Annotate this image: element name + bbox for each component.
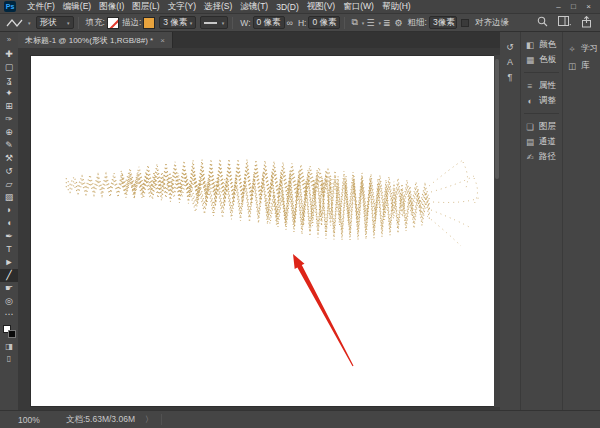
gear-icon[interactable]: ⚙	[395, 18, 403, 28]
toolbar-expander[interactable]: »	[0, 32, 18, 48]
stroke-label: 描边:	[122, 17, 141, 29]
path-operations-icon[interactable]: ⧉	[351, 17, 357, 28]
panel-icon: ❏	[525, 122, 535, 132]
tool-preset-icon[interactable]	[6, 17, 24, 29]
tool-mode-select[interactable]: 形状 ▾	[36, 16, 74, 29]
align-edges-label: 对齐边缘	[475, 17, 509, 29]
tool-preset-caret[interactable]: ▾	[28, 20, 31, 26]
menu-item[interactable]: 图层(L)	[128, 1, 163, 13]
photoshop-logo[interactable]: Ps	[4, 1, 16, 12]
menu-item[interactable]: 文件(F)	[23, 1, 59, 13]
panel-tab-channels[interactable]: ▤ 通道	[521, 134, 562, 149]
width-label: W:	[240, 18, 250, 28]
tool-eraser[interactable]: ▱	[0, 178, 18, 191]
panel-tab-character[interactable]: A	[501, 55, 519, 70]
tool-edit-toolbar[interactable]: ⋯	[0, 308, 18, 321]
path-alignment-caret: ▾	[378, 20, 381, 26]
tool-zoom[interactable]: ◎	[0, 295, 18, 308]
tool-move[interactable]: ✚	[0, 48, 18, 61]
options-bar-right	[537, 16, 592, 30]
tool-brush[interactable]: ✎	[0, 139, 18, 152]
stroke-swatch[interactable]	[143, 17, 155, 29]
stroke-width-field[interactable]: 3 像素 ▾	[159, 16, 196, 29]
path-arrangement-icon[interactable]: ≣	[383, 18, 391, 28]
align-edges-checkbox[interactable]	[461, 19, 469, 27]
menu-item[interactable]: 图像(I)	[95, 1, 128, 13]
panel-tab-layers[interactable]: ❏ 图层	[521, 119, 562, 134]
panel-icon: ✧	[567, 44, 577, 54]
menu-item[interactable]: 滤镜(T)	[236, 1, 272, 13]
tool-line-shape[interactable]: ╱	[0, 269, 18, 282]
search-icon[interactable]	[537, 16, 548, 29]
line-weight-field[interactable]: 3像素	[429, 16, 457, 29]
panel-tab-learn[interactable]: ✧ 学习	[563, 40, 600, 57]
scrollbar-thumb[interactable]	[495, 59, 499, 179]
shape-height-field[interactable]: 0 像素	[308, 16, 340, 29]
tool-type[interactable]: T	[0, 243, 18, 256]
maximize-button[interactable]: □	[566, 1, 581, 13]
share-icon[interactable]	[581, 16, 592, 30]
line-weight-label: 粗细:	[408, 17, 427, 29]
panel-label: 路径	[539, 151, 556, 163]
minimize-button[interactable]: –	[551, 1, 566, 13]
status-options-chevron[interactable]: 〉	[145, 414, 153, 425]
panel-tab-swatches[interactable]: ▦ 色板	[521, 52, 562, 67]
tool-hand[interactable]: ☛	[0, 282, 18, 295]
tool-history-brush[interactable]: ↺	[0, 165, 18, 178]
tool-spot-healing[interactable]: ⊕	[0, 126, 18, 139]
menu-item[interactable]: 文字(Y)	[164, 1, 200, 13]
panel-tab-color[interactable]: ◧ 颜色	[521, 37, 562, 52]
tool-rect-marquee[interactable]: ▢	[0, 61, 18, 74]
fill-swatch[interactable]	[107, 17, 119, 29]
canvas[interactable]	[30, 55, 496, 407]
panel-tab-adjustments[interactable]: ◐ 调整	[521, 93, 562, 108]
tool-options-bar: ▾ 形状 ▾ 填充: 描边: 3 像素 ▾ ▾ W: 0 像素 ∞ H: 0 像…	[0, 14, 600, 32]
tool-mode-value: 形状	[40, 17, 57, 29]
red-annotation-arrow	[31, 56, 497, 408]
menu-item[interactable]: 选择(S)	[200, 1, 236, 13]
panel-icon: ▤	[525, 137, 535, 147]
tool-clone-stamp[interactable]: ⚒	[0, 152, 18, 165]
tool-eyedropper[interactable]: ✑	[0, 113, 18, 126]
menu-item[interactable]: 3D(D)	[272, 2, 303, 12]
close-button[interactable]: ×	[581, 1, 596, 13]
menu-item[interactable]: 编辑(E)	[59, 1, 95, 13]
tool-blur[interactable]: ◗	[0, 204, 18, 217]
panel-tab-properties[interactable]: ≡ 属性	[521, 78, 562, 93]
tool-path-select[interactable]: ►	[0, 256, 18, 269]
document-tab[interactable]: 未标题-1 @ 100%(形状 1,RGB/8#) * ×	[18, 32, 173, 48]
tool-pen[interactable]: ✒	[0, 230, 18, 243]
zoom-level-field[interactable]: 100%	[18, 415, 50, 425]
background-color-swatch[interactable]	[8, 330, 16, 338]
tab-close-icon[interactable]: ×	[160, 36, 165, 45]
panel-tab-libraries[interactable]: ◫ 库	[563, 57, 600, 74]
stroke-width-value: 3 像素	[163, 17, 187, 29]
workspace-switcher-icon[interactable]	[558, 16, 571, 29]
stroke-width-caret: ▾	[190, 20, 193, 26]
document-tab-title: 未标题-1 @ 100%(形状 1,RGB/8#) *	[25, 35, 153, 46]
menu-item[interactable]: 视图(V)	[303, 1, 339, 13]
panel-tab-paragraph[interactable]: ¶	[501, 70, 519, 85]
link-dimensions-icon[interactable]: ∞	[287, 18, 293, 28]
shape-height-value: 0 像素	[312, 17, 336, 29]
path-alignment-icon[interactable]: ☰	[366, 18, 374, 28]
color-swatches	[0, 324, 18, 341]
shape-width-field[interactable]: 0 像素	[253, 16, 285, 29]
screen-mode-button[interactable]: ▯	[0, 353, 18, 365]
tool-lasso[interactable]: ʓ	[0, 74, 18, 87]
tool-quick-select[interactable]: ✦	[0, 87, 18, 100]
tool-crop[interactable]: ⊞	[0, 100, 18, 113]
menu-item[interactable]: 帮助(H)	[378, 1, 415, 13]
stroke-type-select[interactable]: ▾	[200, 16, 228, 29]
tool-dodge[interactable]: ◖	[0, 217, 18, 230]
panel-tab-paths[interactable]: ✍ 路径	[521, 149, 562, 164]
quick-mask-button[interactable]: ◨	[0, 341, 18, 353]
divider	[161, 414, 162, 425]
pasteboard	[18, 48, 500, 410]
panel-tab-history[interactable]: ↺	[501, 40, 519, 55]
menu-item[interactable]: 窗口(W)	[339, 1, 378, 13]
divider	[524, 113, 559, 114]
stroke-type-caret: ▾	[222, 20, 225, 26]
panel-icon: ◧	[525, 40, 535, 50]
tool-gradient[interactable]: ▨	[0, 191, 18, 204]
